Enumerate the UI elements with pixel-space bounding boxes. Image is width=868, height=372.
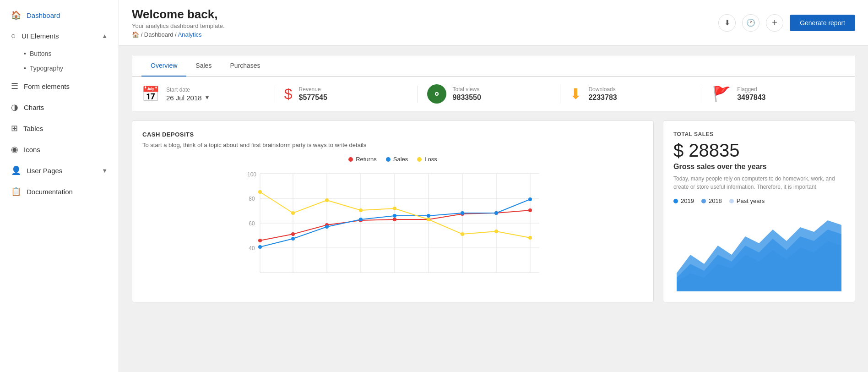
svg-point-34: [393, 214, 396, 218]
sidebar-label-icons: Icons: [24, 146, 40, 153]
stat-views-info: Total views 9833550: [453, 86, 481, 102]
main-content: Welcome back, Your analytics dashboard t…: [119, 0, 868, 372]
sidebar-label-dashboard: Dashboard: [27, 11, 60, 19]
stat-downloads-info: Downloads 2233783: [588, 86, 617, 102]
start-date-button[interactable]: 26 Jul 2018 ▼: [166, 94, 210, 102]
stat-date-info: Start date 26 Jul 2018 ▼: [166, 87, 210, 102]
svg-point-30: [258, 245, 262, 249]
legend-2019: 2019: [673, 197, 694, 204]
home-icon: 🏠: [11, 10, 21, 20]
stat-revenue: $ Revenue $577545: [275, 86, 418, 103]
sidebar-item-typography[interactable]: Typography: [24, 61, 119, 76]
sidebar-item-tables[interactable]: ⊞ Tables: [0, 118, 119, 139]
svg-point-47: [528, 236, 532, 240]
tab-overview[interactable]: Overview: [141, 55, 186, 77]
svg-point-2: [436, 93, 438, 95]
icons-icon: ◉: [11, 144, 18, 154]
chevron-up-icon: ▲: [102, 33, 108, 39]
charts-row: CASH DEPOSITS To start a blog, think of …: [132, 120, 855, 302]
tab-bar: Overview Sales Purchases: [132, 55, 855, 77]
sidebar-item-charts[interactable]: ◑ Charts: [0, 97, 119, 118]
legend-past-years: Past years: [729, 197, 765, 204]
download-button[interactable]: ⬇: [718, 14, 736, 32]
sidebar-children-ui: Buttons Typography: [0, 46, 119, 76]
start-date-value: 26 Jul 2018: [166, 94, 202, 102]
stat-flagged: 🚩 Flagged 3497843: [703, 85, 846, 103]
tab-sales[interactable]: Sales: [186, 55, 221, 77]
stats-row: 📅 Start date 26 Jul 2018 ▼ $ Revenue $5: [132, 77, 855, 111]
dot-past-years: [729, 199, 734, 203]
stat-start-date: 📅 Start date 26 Jul 2018 ▼: [141, 85, 275, 103]
stat-total-views: Total views 9833550: [418, 84, 561, 104]
svg-point-21: [258, 239, 262, 242]
sales-dot: [386, 157, 391, 162]
clock-button[interactable]: 🕐: [742, 14, 760, 32]
stat-flagged-info: Flagged 3497843: [737, 86, 765, 102]
clock-icon: 🕐: [746, 18, 755, 27]
svg-point-41: [325, 198, 329, 202]
line-chart: 100 80 60 40: [142, 167, 643, 297]
legend-sales: Sales: [386, 156, 408, 163]
cash-deposits-title: CASH DEPOSITS: [142, 131, 643, 138]
total-views-label: Total views: [453, 86, 481, 93]
years-legend: 2019 2018 Past years: [673, 197, 845, 204]
sidebar-item-dashboard[interactable]: 🏠 Dashboard: [0, 5, 119, 26]
loss-label: Loss: [424, 156, 437, 163]
download-icon: ⬇: [724, 18, 730, 27]
stat-revenue-info: Revenue $577545: [299, 86, 327, 102]
cash-deposits-card: CASH DEPOSITS To start a blog, think of …: [132, 120, 654, 302]
returns-label: Returns: [356, 156, 377, 163]
revenue-value: $577545: [299, 93, 327, 102]
calendar-icon: 📅: [141, 85, 160, 103]
legend-returns: Returns: [348, 156, 377, 163]
breadcrumb-current[interactable]: Analytics: [178, 31, 202, 38]
add-button[interactable]: +: [766, 14, 783, 32]
svg-text:40: 40: [249, 245, 255, 252]
dropdown-arrow-icon: ▼: [205, 94, 210, 101]
svg-point-29: [528, 208, 532, 212]
downloads-value: 2233783: [588, 93, 617, 102]
total-views-value: 9833550: [453, 93, 481, 102]
sidebar-label-charts: Charts: [24, 104, 44, 111]
svg-point-37: [494, 211, 498, 215]
total-sales-description: Today, many people rely on computers to …: [673, 175, 845, 191]
total-sales-card: TOTAL SALES $ 28835 Gross sales over the…: [663, 120, 855, 302]
sidebar-item-ui-elements[interactable]: ○ UI Elements ▲: [0, 26, 119, 46]
doc-icon: 📋: [11, 186, 21, 197]
svg-point-33: [359, 218, 363, 221]
sidebar-label-typography: Typography: [30, 65, 63, 72]
sidebar-item-documentation[interactable]: 📋 Documentation: [0, 181, 119, 202]
svg-point-43: [393, 207, 396, 210]
generate-report-button[interactable]: Generate report: [790, 15, 855, 31]
menu-icon: ☰: [11, 81, 18, 91]
label-2019: 2019: [681, 197, 694, 204]
tab-purchases[interactable]: Purchases: [221, 55, 269, 77]
breadcrumb: 🏠 / Dashboard / Analytics: [132, 31, 225, 38]
sidebar-item-user-pages[interactable]: 👤 User Pages ▼: [0, 160, 119, 181]
stat-downloads: ⬇ Downloads 2233783: [560, 85, 703, 103]
home-breadcrumb-icon: 🏠: [132, 31, 139, 38]
sidebar-item-buttons[interactable]: Buttons: [24, 46, 119, 61]
sidebar-label-documentation: Documentation: [27, 188, 73, 196]
flag-icon: 🚩: [712, 85, 731, 103]
breadcrumb-separator: / Dashboard /: [141, 31, 177, 38]
svg-point-32: [325, 225, 329, 229]
revenue-icon: $: [284, 86, 293, 103]
cash-deposits-legend: Returns Sales Loss: [142, 156, 643, 163]
header-right: ⬇ 🕐 + Generate report: [718, 14, 855, 32]
label-past-years: Past years: [737, 197, 765, 204]
svg-text:80: 80: [249, 196, 255, 202]
dot-2018: [701, 199, 706, 203]
svg-point-46: [494, 230, 498, 233]
svg-point-35: [427, 214, 430, 218]
page-header: Welcome back, Your analytics dashboard t…: [119, 0, 868, 46]
sidebar-item-form-elements[interactable]: ☰ Form elements: [0, 76, 119, 97]
svg-point-36: [461, 211, 464, 215]
legend-loss: Loss: [417, 156, 437, 163]
total-sales-title: TOTAL SALES: [673, 131, 845, 137]
sidebar-item-icons[interactable]: ◉ Icons: [0, 139, 119, 160]
chart-icon: ◑: [11, 102, 18, 112]
overview-card: Overview Sales Purchases 📅 Start date: [132, 55, 855, 111]
sales-label: Sales: [393, 156, 408, 163]
svg-point-42: [359, 208, 363, 212]
